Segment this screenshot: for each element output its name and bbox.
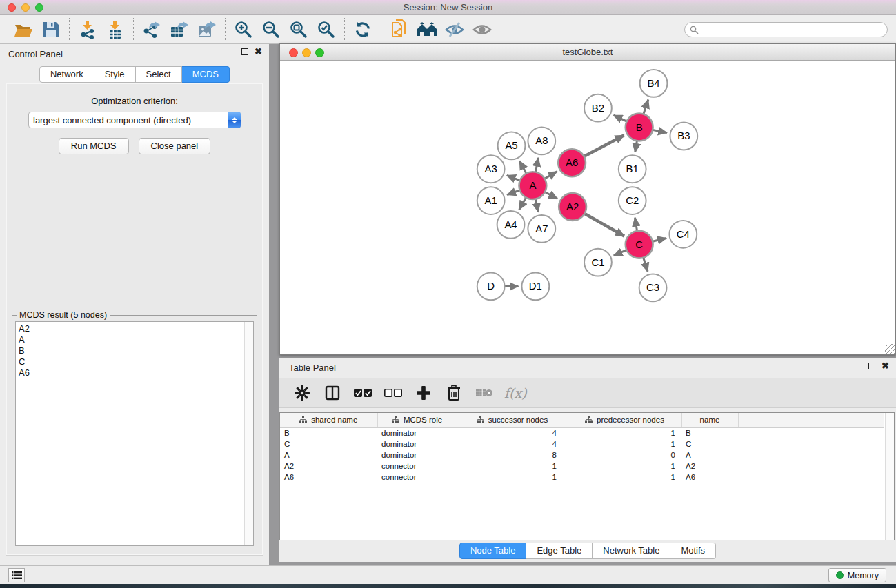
column-header-MCDS-role[interactable]: MCDS role bbox=[377, 413, 457, 427]
application-window: Session: New Session bbox=[0, 0, 896, 584]
mcds-result-item[interactable]: C bbox=[19, 356, 243, 367]
refresh-icon bbox=[353, 20, 372, 39]
tab-network[interactable]: Network bbox=[39, 66, 94, 83]
export-network-icon bbox=[141, 20, 162, 39]
tab-edge-table[interactable]: Edge Table bbox=[526, 543, 593, 559]
graph-node-label-C2: C2 bbox=[626, 194, 639, 206]
hide-selected-icon bbox=[444, 21, 465, 39]
zoom-selected-button[interactable] bbox=[312, 19, 340, 41]
import-group bbox=[69, 18, 133, 41]
tab-select[interactable]: Select bbox=[136, 66, 182, 83]
select-all-button[interactable] bbox=[351, 381, 375, 405]
status-bar: Memory bbox=[0, 565, 896, 584]
export-network-button[interactable] bbox=[138, 19, 166, 41]
table-tabs: Node Table Edge Table Network Table Moti… bbox=[279, 543, 896, 559]
table-scrollbar[interactable] bbox=[885, 413, 894, 540]
mcds-result-item[interactable]: B bbox=[19, 345, 243, 356]
search-input[interactable] bbox=[684, 22, 888, 37]
table-row[interactable]: Adominator80A bbox=[280, 449, 884, 460]
table-row[interactable]: Cdominator41C bbox=[280, 438, 884, 449]
delete-column-icon bbox=[446, 385, 461, 401]
zoom-group bbox=[225, 18, 344, 41]
show-all-button[interactable] bbox=[468, 19, 496, 41]
export-group bbox=[133, 18, 225, 41]
column-header-shared-name[interactable]: shared name bbox=[280, 413, 377, 427]
column-visibility-icon bbox=[324, 385, 341, 401]
zoom-out-button[interactable] bbox=[257, 19, 285, 41]
memory-label: Memory bbox=[848, 571, 879, 580]
close-panel-button[interactable]: Close panel bbox=[139, 138, 211, 154]
column-header-predecessor-nodes[interactable]: predecessor nodes bbox=[568, 413, 681, 427]
graph-node-label-B: B bbox=[636, 121, 643, 133]
close-panel-icon[interactable]: ✖ bbox=[255, 48, 262, 55]
zoom-in-button[interactable] bbox=[230, 19, 257, 41]
import-table-icon bbox=[106, 20, 125, 39]
table-panel-title: Table Panel bbox=[289, 363, 336, 373]
main-toolbar bbox=[0, 15, 896, 44]
search-icon bbox=[690, 26, 699, 34]
run-mcds-button[interactable]: Run MCDS bbox=[59, 138, 129, 154]
table-settings-button[interactable] bbox=[290, 381, 314, 405]
column-visibility-button[interactable] bbox=[321, 381, 344, 405]
function-builder-button[interactable]: f(x) bbox=[504, 385, 527, 401]
deselect-all-button[interactable] bbox=[381, 381, 405, 405]
mcds-result-title: MCDS result (5 nodes) bbox=[17, 310, 110, 320]
float-panel-icon[interactable] bbox=[241, 48, 248, 55]
table-row[interactable]: A2connector11A2 bbox=[280, 460, 884, 472]
hide-selected-button[interactable] bbox=[441, 19, 468, 41]
close-table-panel-icon[interactable]: ✖ bbox=[882, 363, 889, 369]
graph-node-label-A2: A2 bbox=[566, 201, 579, 212]
column-header-name[interactable]: name bbox=[681, 413, 738, 427]
table-toolbar: f(x) bbox=[279, 378, 896, 408]
save-session-button[interactable] bbox=[37, 19, 65, 41]
task-list-icon bbox=[12, 571, 22, 580]
refresh-button[interactable] bbox=[349, 19, 377, 41]
zoom-out-icon bbox=[261, 20, 281, 39]
window-resize-grip[interactable] bbox=[885, 344, 895, 354]
column-header-successor-nodes[interactable]: successor nodes bbox=[457, 413, 568, 427]
import-network-button[interactable] bbox=[74, 19, 101, 41]
dropdown-stepper-icon bbox=[228, 112, 241, 128]
export-image-button[interactable] bbox=[193, 19, 221, 41]
tab-style[interactable]: Style bbox=[94, 66, 136, 83]
tab-mcds[interactable]: MCDS bbox=[182, 66, 230, 83]
open-session-button[interactable] bbox=[10, 19, 37, 41]
graph-node-label-B4: B4 bbox=[647, 77, 659, 89]
table-row[interactable]: Bdominator41B bbox=[280, 427, 884, 438]
result-list-scrollbar[interactable] bbox=[244, 322, 253, 545]
tab-motifs[interactable]: Motifs bbox=[670, 543, 716, 559]
zoom-fit-button[interactable] bbox=[285, 19, 312, 41]
deselect-all-icon bbox=[384, 387, 403, 398]
column-header-filler bbox=[738, 413, 884, 427]
home-network-icon bbox=[415, 21, 439, 39]
memory-button[interactable]: Memory bbox=[828, 568, 886, 582]
float-table-panel-icon[interactable] bbox=[868, 363, 875, 369]
table-panel-header: Table Panel ✖ bbox=[279, 358, 896, 376]
mcds-result-item[interactable]: A2 bbox=[19, 323, 243, 334]
network-view-window: testGlobe.txt B4B2BB3A5A8A6A3B1AA1A2C2A4… bbox=[279, 43, 896, 355]
graph-node-label-C: C bbox=[635, 239, 643, 250]
add-column-button[interactable] bbox=[412, 381, 435, 405]
criterion-dropdown[interactable]: largest connected component (directed) bbox=[28, 112, 241, 128]
delete-table-button[interactable] bbox=[472, 381, 496, 405]
table-panel: Table Panel ✖ bbox=[279, 358, 896, 562]
node-table: shared nameMCDS rolesuccessor nodesprede… bbox=[279, 412, 895, 540]
tab-node-table[interactable]: Node Table bbox=[459, 543, 527, 559]
delete-column-button[interactable] bbox=[442, 381, 466, 405]
network-canvas[interactable]: B4B2BB3A5A8A6A3B1AA1A2C2A4A7C4CC1C3DD1 bbox=[281, 61, 895, 354]
tab-network-table[interactable]: Network Table bbox=[593, 543, 670, 559]
mcds-result-list[interactable]: A2ABCA6 bbox=[15, 321, 254, 546]
graph-node-label-A6: A6 bbox=[566, 156, 578, 168]
network-window-titlebar[interactable]: testGlobe.txt bbox=[280, 44, 895, 61]
graph-node-label-A8: A8 bbox=[535, 134, 548, 146]
mcds-result-item[interactable]: A bbox=[19, 334, 243, 345]
home-network-button[interactable] bbox=[413, 19, 441, 41]
optimization-criterion-label: Optimization criterion: bbox=[6, 96, 263, 106]
export-table-button[interactable] bbox=[166, 19, 193, 41]
table-row[interactable]: A6connector11A6 bbox=[280, 472, 884, 483]
import-table-button[interactable] bbox=[101, 19, 129, 41]
network-from-selection-button[interactable] bbox=[386, 19, 413, 41]
title-bar: Session: New Session bbox=[0, 0, 896, 15]
task-history-button[interactable] bbox=[8, 568, 25, 582]
mcds-result-item[interactable]: A6 bbox=[19, 367, 243, 378]
